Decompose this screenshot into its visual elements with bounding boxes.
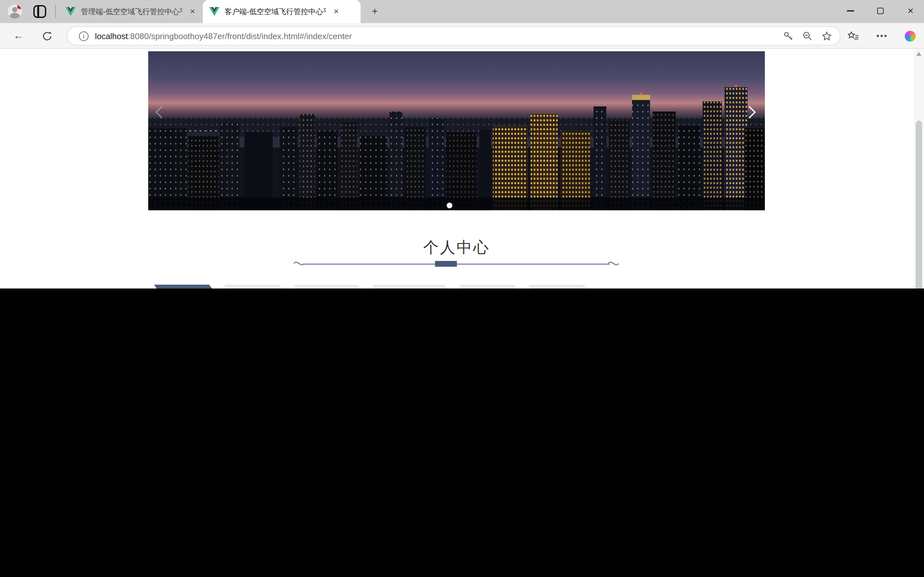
tab-remote-handling[interactable]: 远程处置 <box>529 285 592 288</box>
workspaces-icon[interactable] <box>33 5 46 18</box>
section-nav-tabs: 个人中心 修改密码 飞行器数据 安全等级评定 推送消息 远程处置 <box>154 285 592 288</box>
favorite-star-icon[interactable] <box>817 31 836 41</box>
hero-carousel-image <box>148 51 765 210</box>
tab-personal-center[interactable]: 个人中心 <box>154 285 218 288</box>
night-city-skyline <box>148 51 765 210</box>
window-maximize-button[interactable] <box>866 0 895 22</box>
tab-change-password[interactable]: 修改密码 <box>224 285 288 288</box>
tab-aircraft-data[interactable]: 飞行器数据 <box>294 285 366 288</box>
divider-left-curl <box>292 259 305 268</box>
divider-right-curl <box>607 259 620 268</box>
settings-more-icon[interactable] <box>873 27 891 44</box>
vue-favicon <box>65 7 76 16</box>
tab-separator <box>55 5 56 18</box>
avatar-body <box>10 13 20 19</box>
browser-toolbar: ← i localhost:8080/springboothoy487er/fr… <box>0 23 924 49</box>
browser-tab-client[interactable]: 客户端-低空空域飞行管控中心平 × <box>203 0 360 23</box>
refresh-icon[interactable] <box>39 27 55 44</box>
scrollbar-up-icon[interactable] <box>916 52 921 56</box>
browser-tab-strip: 管理端-低空空域飞行管控中心平 × 客户端-低空空域飞行管控中心平 × + × <box>0 0 924 23</box>
divider-center-block <box>435 261 457 267</box>
avatar-head <box>12 7 17 12</box>
vue-favicon <box>209 7 220 16</box>
browser-tab-admin[interactable]: 管理端-低空空域飞行管控中心平 × <box>59 0 203 23</box>
favorites-bar-icon[interactable] <box>845 27 863 44</box>
scrollbar-thumb[interactable] <box>916 121 922 288</box>
window-close-button[interactable]: × <box>896 0 924 22</box>
tab-title: 客户端-低空空域飞行管控中心平 <box>225 7 326 16</box>
new-tab-button[interactable]: + <box>367 5 383 19</box>
url-text[interactable]: localhost:8080/springboothoy487er/front/… <box>95 31 779 41</box>
zoom-out-icon[interactable] <box>798 31 817 41</box>
page-scrollbar[interactable] <box>914 49 924 288</box>
page-content: 个人中心 个人中心 修改密码 飞行器数据 安全等级评定 推送消息 远程处置 *飞… <box>0 49 924 288</box>
page-title: 个人中心 <box>148 237 765 258</box>
copilot-icon[interactable] <box>901 27 919 44</box>
close-tab-icon[interactable]: × <box>331 6 341 17</box>
back-icon[interactable]: ← <box>10 27 27 44</box>
password-key-icon[interactable] <box>779 31 798 41</box>
window-minimize-button[interactable] <box>835 0 865 22</box>
tab-push-messages[interactable]: 推送消息 <box>459 285 522 288</box>
close-tab-icon[interactable]: × <box>187 6 198 17</box>
tab-title: 管理端-低空空域飞行管控中心平 <box>81 7 182 16</box>
site-info-icon[interactable]: i <box>79 31 89 41</box>
profile-avatar[interactable] <box>8 5 22 19</box>
browser-window: 管理端-低空空域飞行管控中心平 × 客户端-低空空域飞行管控中心平 × + × … <box>0 0 924 288</box>
tab-safety-rating[interactable]: 安全等级评定 <box>372 285 452 288</box>
profile-notification-dot <box>17 5 22 10</box>
address-bar[interactable]: i localhost:8080/springboothoy487er/fron… <box>67 26 841 45</box>
carousel-dot[interactable] <box>447 203 452 208</box>
divider-line <box>304 263 610 265</box>
